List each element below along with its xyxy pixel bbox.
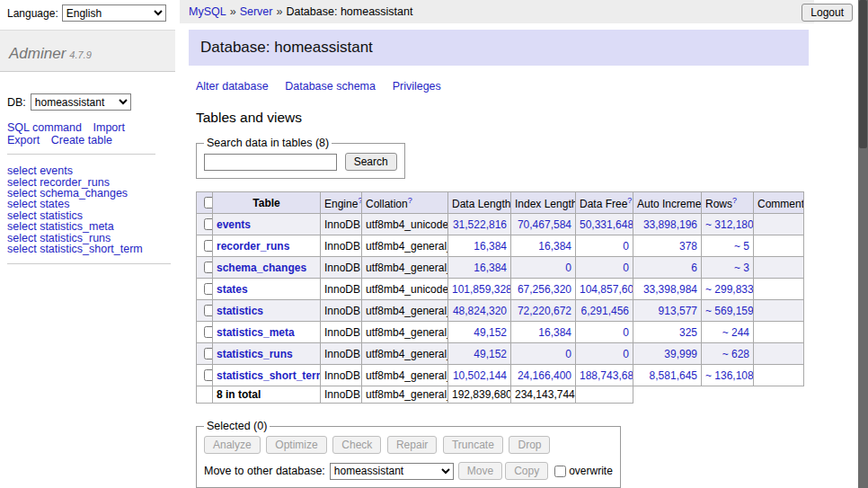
data-free-link[interactable]: 0	[623, 348, 629, 360]
sidebar-link-sql-command[interactable]: SQL command	[7, 121, 82, 134]
data-free-link[interactable]: 104,857,600	[580, 283, 633, 296]
search-button[interactable]: Search	[345, 153, 397, 171]
data-length-link[interactable]: 10,502,144	[453, 369, 507, 382]
sidebar-link-create-table[interactable]: Create table	[51, 134, 112, 146]
db-select[interactable]: homeassistant	[31, 93, 131, 111]
index-length-link[interactable]: 67,256,320	[518, 283, 571, 296]
auto-increment-link[interactable]: 378	[679, 240, 697, 253]
auto-increment-link[interactable]: 39,999	[664, 348, 697, 360]
index-length-link[interactable]: 24,166,400	[518, 369, 571, 382]
auto-increment-link[interactable]: 33,898,196	[643, 218, 697, 231]
database-schema-link[interactable]: Database schema	[285, 80, 376, 93]
data-free-link[interactable]: 50,331,648	[580, 218, 633, 231]
sidebar-link-import[interactable]: Import	[93, 121, 125, 134]
index-length-link[interactable]: 16,384	[538, 240, 571, 253]
scrollbar-thumb[interactable]	[859, 0, 867, 148]
row-checkbox[interactable]	[204, 262, 213, 273]
row-checkbox[interactable]	[204, 326, 213, 338]
data-free-link[interactable]: 188,743,680	[580, 369, 633, 382]
row-checkbox[interactable]	[204, 240, 213, 252]
table-link[interactable]: statistics_runs	[217, 348, 293, 360]
tables-and-views-heading: Tables and views	[196, 110, 814, 126]
collation-cell: utf8mb4_unicode_ci	[362, 279, 448, 300]
data-length-link[interactable]: 31,522,816	[453, 218, 507, 231]
rows-count-link[interactable]: ~ 312,180	[705, 218, 754, 231]
analyze-button: Analyze	[204, 436, 261, 454]
rows-count-link[interactable]: ~ 628	[722, 348, 749, 360]
sidebar-item-select-states[interactable]: select states	[7, 199, 171, 209]
auto-increment-link[interactable]: 913,577	[659, 305, 697, 317]
privileges-link[interactable]: Privileges	[393, 80, 441, 93]
row-checkbox[interactable]	[204, 348, 213, 359]
auto-increment-link[interactable]: 33,398,984	[643, 283, 697, 296]
auto-increment-link[interactable]: 8,581,645	[650, 369, 697, 382]
column-header-table: Table	[213, 192, 321, 214]
sidebar-item-select-statistics-meta[interactable]: select statistics_meta	[7, 221, 171, 232]
data-length-link[interactable]: 16,384	[474, 262, 507, 274]
data-length-link[interactable]: 49,152	[474, 326, 507, 339]
move-db-select[interactable]: homeassistant	[330, 463, 454, 480]
sidebar-item-select-events[interactable]: select events	[7, 165, 171, 176]
overwrite-checkbox[interactable]	[554, 466, 566, 477]
rows-count-link[interactable]: ~ 5	[734, 240, 749, 253]
help-icon[interactable]: ?	[627, 196, 632, 205]
table-row: schema_changes InnoDB utf8mb4_general_ci…	[197, 257, 804, 279]
list-item: select events	[7, 165, 171, 176]
data-length-link[interactable]: 49,152	[474, 348, 507, 360]
data-length-link[interactable]: 101,859,328	[452, 283, 511, 296]
search-input[interactable]	[204, 154, 337, 171]
rows-count-link[interactable]: ~ 299,833	[705, 283, 754, 296]
list-item: select statistics_short_term	[7, 244, 171, 254]
row-checkbox[interactable]	[204, 218, 213, 230]
data-free-link[interactable]: 0	[623, 262, 629, 274]
search-fieldset: Search data in tables (8) Search	[196, 137, 405, 179]
sidebar-link-export[interactable]: Export	[7, 134, 40, 146]
help-icon[interactable]: ?	[408, 196, 412, 205]
collation-cell: utf8mb4_general_ci	[362, 365, 448, 386]
language-bar: Language:English	[7, 4, 166, 22]
index-length-link[interactable]: 16,384	[538, 326, 571, 339]
collation-cell: utf8mb4_general_ci	[362, 343, 448, 365]
rows-count-link[interactable]: ~ 136,108	[705, 369, 754, 382]
table-link[interactable]: recorder_runs	[217, 240, 289, 253]
collation-cell: utf8mb4_general_ci	[362, 235, 448, 257]
table-link[interactable]: schema_changes	[217, 262, 306, 274]
table-link[interactable]: statistics_meta	[217, 326, 295, 339]
index-length-link[interactable]: 0	[565, 262, 571, 274]
engine-cell: InnoDB	[321, 365, 362, 386]
auto-increment-link[interactable]: 6	[691, 262, 697, 274]
row-checkbox[interactable]	[204, 283, 213, 295]
row-checkbox[interactable]	[204, 305, 213, 316]
index-length-link[interactable]: 72,220,672	[518, 305, 571, 317]
table-link[interactable]: events	[217, 218, 251, 231]
app-name: Adminer	[9, 45, 66, 62]
data-free-link[interactable]: 0	[623, 240, 629, 253]
data-free-link[interactable]: 6,291,456	[581, 305, 629, 317]
row-checkbox[interactable]	[204, 369, 213, 381]
table-link[interactable]: statistics_short_term	[217, 369, 321, 382]
help-icon[interactable]: ?	[732, 196, 737, 205]
alter-database-link[interactable]: Alter database	[196, 80, 269, 93]
breadcrumb-link-server[interactable]: Server	[240, 5, 273, 18]
language-select[interactable]: English	[62, 4, 166, 22]
sidebar-item-select-statistics-short-term[interactable]: select statistics_short_term	[7, 244, 171, 254]
index-length-link[interactable]: 70,467,584	[518, 218, 571, 231]
data-length-link[interactable]: 48,824,320	[453, 305, 507, 317]
rows-count-link[interactable]: ~ 569,159	[705, 305, 754, 317]
page-title: Database: homeassistant	[189, 30, 809, 66]
select-all-checkbox[interactable]	[204, 197, 213, 209]
auto-increment-link[interactable]: 325	[679, 326, 697, 339]
rows-count-link[interactable]: ~ 3	[734, 262, 749, 274]
comment-cell	[754, 214, 804, 235]
help-icon[interactable]: ?	[358, 196, 361, 205]
table-link[interactable]: states	[217, 283, 248, 296]
column-header-index-length: Index Length?	[511, 192, 576, 214]
breadcrumb-link-mysql[interactable]: MySQL	[189, 5, 226, 18]
logout-button[interactable]: Logout	[802, 4, 853, 22]
data-free-link[interactable]: 0	[623, 326, 629, 339]
index-length-link[interactable]: 0	[565, 348, 571, 360]
scrollbar[interactable]	[858, 0, 868, 488]
rows-count-link[interactable]: ~ 244	[722, 326, 749, 339]
data-length-link[interactable]: 16,384	[474, 240, 507, 253]
table-link[interactable]: statistics	[217, 305, 263, 317]
